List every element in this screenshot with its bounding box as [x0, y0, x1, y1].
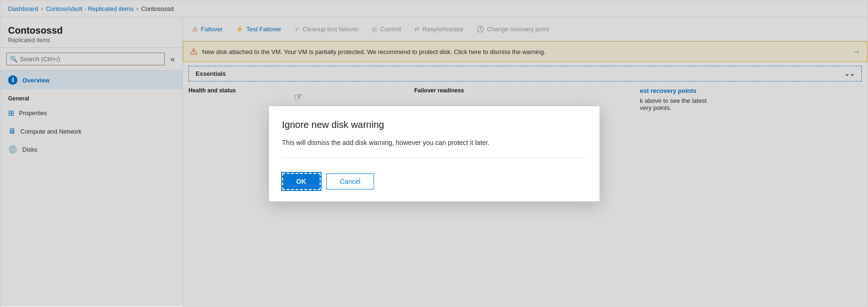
dialog-title: Ignore new disk warning [282, 119, 586, 130]
page-wrapper: Dashboard › ContosoVault - Replicated it… [0, 0, 868, 307]
dialog-body: Ignore new disk warning This will dismis… [269, 106, 600, 173]
dialog-description: This will dismiss the add disk warning, … [282, 138, 586, 148]
dialog-ok-button[interactable]: OK [282, 173, 321, 190]
dialog-footer: OK Cancel [269, 173, 600, 201]
dialog-overlay: Ignore new disk warning This will dismis… [0, 0, 868, 307]
dialog-divider [282, 157, 586, 158]
dialog: Ignore new disk warning This will dismis… [268, 106, 600, 202]
dialog-cancel-button[interactable]: Cancel [326, 173, 375, 190]
